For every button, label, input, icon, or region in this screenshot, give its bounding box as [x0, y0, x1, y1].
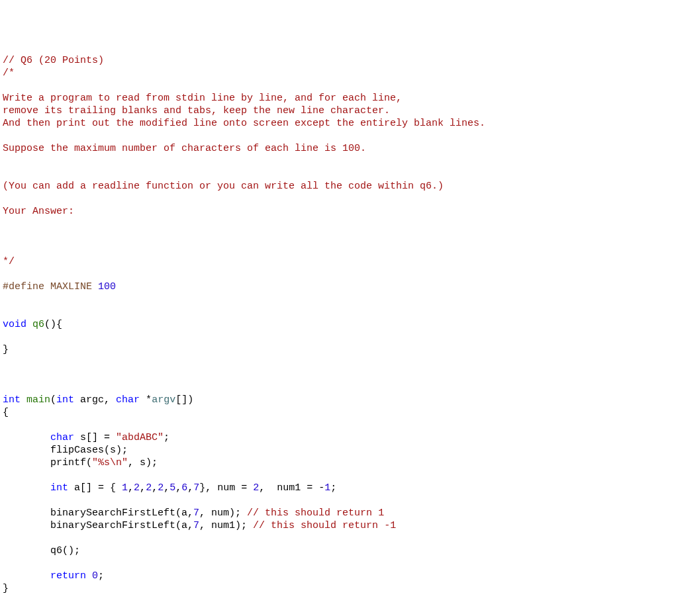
comment-line: // this should return 1	[247, 507, 384, 519]
indent	[3, 520, 50, 531]
call-q6: q6();	[50, 545, 80, 556]
call-binarysearch: binarySearchFirstLeft(a,	[50, 520, 193, 531]
number-literal: 7	[193, 482, 199, 494]
punct: [] =	[86, 432, 116, 443]
indent	[3, 507, 50, 519]
punct: -	[318, 482, 324, 494]
number-literal: 1	[122, 482, 128, 494]
punct: ;	[330, 482, 336, 494]
function-name-main: main	[21, 394, 50, 406]
number-literal: 5	[170, 482, 175, 494]
keyword-int: int	[3, 394, 21, 406]
punct: (){	[44, 319, 62, 330]
comment-close: */	[3, 256, 15, 267]
punct: ;	[164, 432, 170, 443]
number-literal: 6	[181, 482, 187, 494]
param-argc: argc	[74, 394, 104, 406]
punct: ,	[104, 394, 116, 406]
punct: ,	[175, 482, 181, 494]
comment-line: remove its trailing blanks and tabs, kee…	[3, 105, 390, 116]
indent	[3, 445, 50, 456]
keyword-char: char	[50, 432, 74, 443]
function-name-q6: q6	[26, 319, 44, 330]
comment-line: Your Answer:	[3, 206, 74, 217]
number-literal: 2	[253, 482, 259, 494]
punct: ,	[128, 482, 134, 494]
punct: [])	[175, 394, 193, 406]
number-literal: 2	[146, 482, 152, 494]
comment-line: // this should return -1	[253, 520, 396, 531]
indent	[3, 545, 50, 556]
punct: *	[140, 394, 152, 406]
indent	[3, 432, 50, 443]
brace-open: {	[3, 407, 9, 418]
punct: ;	[98, 570, 104, 582]
indent	[3, 482, 50, 494]
punct: [] = {	[80, 482, 122, 494]
var-a: a	[68, 482, 80, 494]
string-literal: "abdABC"	[116, 432, 164, 443]
punct: , num1);	[199, 520, 253, 531]
comment-line: Write a program to read from stdin line …	[3, 93, 402, 104]
keyword-int: int	[56, 394, 74, 406]
call-binarysearch: binarySearchFirstLeft(a,	[50, 507, 193, 519]
indent	[3, 457, 50, 468]
punct: , num1 =	[259, 482, 318, 494]
comment-line: // Q6 (20 Points)	[3, 55, 104, 66]
number-literal: 2	[158, 482, 164, 494]
comment-line: Suppose the maximum number of characters…	[3, 143, 366, 154]
punct: ,	[164, 482, 170, 494]
punct: ,	[187, 482, 193, 494]
comment-line: And then print out the modified line ont…	[3, 118, 485, 129]
keyword-void: void	[3, 319, 26, 330]
brace-close: }	[3, 344, 9, 355]
punct: }, num =	[199, 482, 253, 494]
macro-name: MAXLINE	[44, 281, 98, 292]
call-flipcases: flipCases(s);	[50, 445, 128, 456]
preprocessor-define: #define	[3, 281, 44, 292]
code-block: // Q6 (20 Points) /* Write a program to …	[3, 54, 675, 595]
number-literal: 1	[324, 482, 330, 494]
comment-open: /*	[3, 67, 15, 79]
keyword-char: char	[116, 394, 140, 406]
punct: ,	[152, 482, 158, 494]
number-literal: 2	[134, 482, 140, 494]
punct: , num);	[199, 507, 247, 519]
keyword-return: return	[50, 570, 86, 582]
number-literal: 100	[98, 281, 116, 292]
number-literal: 0	[86, 570, 98, 582]
indent	[3, 570, 50, 582]
punct: , s);	[128, 457, 158, 468]
string-literal: "%s\n"	[92, 457, 128, 468]
param-argv: argv	[152, 394, 175, 406]
comment-line: (You can add a readline function or you …	[3, 181, 444, 192]
punct: (	[50, 394, 56, 406]
number-literal: 7	[193, 507, 199, 519]
var-s: s	[74, 432, 86, 443]
call-printf: printf(	[50, 457, 92, 468]
brace-close: }	[3, 583, 9, 594]
keyword-int: int	[50, 482, 68, 494]
punct: ,	[140, 482, 146, 494]
number-literal: 7	[193, 520, 199, 531]
